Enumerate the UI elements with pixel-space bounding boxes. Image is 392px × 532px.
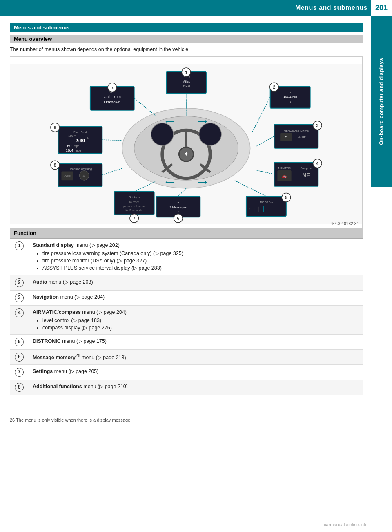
svg-text:⟶: ⟶	[198, 179, 207, 186]
table-row: 8Additional functions menu (▷ page 210)	[10, 380, 363, 395]
svg-point-10	[199, 123, 221, 145]
row-main-text: Additional functions menu (▷ page 210)	[33, 383, 359, 390]
row-number-cell: 2	[10, 275, 29, 290]
circle-number: 4	[15, 308, 24, 317]
circle-number: 2	[15, 278, 24, 287]
svg-text:2: 2	[273, 85, 275, 89]
diagram-credit: P54.32-8182-31	[330, 221, 359, 226]
row-main-text: Settings menu (▷ page 205)	[33, 368, 359, 375]
section-title: Menus and submenus	[10, 23, 363, 32]
row-main-text: AIRMATIC/compass menu (▷ page 204)	[33, 308, 359, 316]
svg-text:From Start: From Start	[74, 131, 87, 134]
svg-text:9: 9	[54, 125, 56, 130]
svg-text:7: 7	[133, 216, 136, 221]
row-suffix: menu (▷ page 202)	[74, 242, 120, 248]
footnote-area: 26 The menu is only visible when there i…	[0, 416, 371, 422]
row-suffix: menu (▷ page 204)	[81, 309, 127, 315]
row-main-text: Audio menu (▷ page 203)	[33, 278, 359, 286]
svg-text:h: h	[87, 137, 89, 140]
row-content-cell: Navigation menu (▷ page 204)	[29, 290, 363, 305]
svg-text:8427l: 8427l	[182, 84, 190, 87]
row-suffix: menu (▷ page 204)	[59, 294, 105, 300]
list-item: level control (▷ page 183)	[42, 317, 359, 324]
function-table: Function 1Standard display menu (▷ page …	[10, 228, 363, 395]
row-content-cell: DISTRONIC menu (▷ page 175)	[29, 334, 363, 349]
row-main-text: Message memory26 menu (▷ page 213)	[33, 353, 359, 361]
svg-text:3: 3	[316, 123, 318, 128]
row-label: Standard display	[33, 242, 74, 248]
svg-text:Settings: Settings	[129, 195, 140, 199]
svg-text:⟵: ⟵	[165, 179, 175, 186]
row-label: Message memory	[33, 355, 76, 360]
svg-text:MERCEDES DRIVE: MERCEDES DRIVE	[284, 129, 309, 132]
svg-text:OFF: OFF	[64, 174, 71, 178]
svg-text:2:30: 2:30	[76, 138, 85, 143]
list-item: tire pressure monitor (USA only) (▷ page…	[42, 257, 359, 264]
row-content-cell: Additional functions menu (▷ page 210)	[29, 380, 363, 395]
row-label: AIRMATIC/compass	[33, 309, 81, 315]
row-suffix: menu (▷ page 210)	[82, 384, 128, 389]
svg-text:5: 5	[285, 195, 287, 200]
subsection-title: Menu overview	[10, 35, 363, 43]
row-suffix: menu (▷ page 205)	[53, 369, 98, 374]
svg-text:Distance Warning: Distance Warning	[69, 167, 92, 171]
row-number-cell: 6	[10, 349, 29, 364]
list-item: tire pressure loss warning system (Canad…	[42, 250, 359, 257]
circle-number: 6	[15, 353, 24, 362]
svg-text:⊕: ⊕	[82, 174, 86, 178]
svg-rect-42	[246, 196, 286, 216]
row-main-text: Navigation menu (▷ page 204)	[33, 293, 359, 301]
header-bar: Menus and submenus	[0, 0, 392, 16]
svg-text:1: 1	[185, 70, 187, 75]
row-number-cell: 7	[10, 364, 29, 380]
footnote-text: The menu is only visible when there is a…	[16, 418, 131, 422]
svg-text:To reset,: To reset,	[129, 201, 140, 203]
svg-text:Miles: Miles	[183, 80, 190, 83]
table-row: 4AIRMATIC/compass menu (▷ page 204)level…	[10, 305, 363, 334]
row-label: DISTRONIC	[33, 338, 61, 344]
watermark: carmanualsonline.info	[324, 522, 368, 527]
svg-text:18.4: 18.4	[65, 148, 74, 152]
side-tab-label: On-board computer and displays	[378, 58, 385, 145]
row-bullet-list: tire pressure loss warning system (Canad…	[37, 250, 359, 272]
svg-text:10: 10	[110, 85, 114, 90]
intro-text: The number of menus shown depends on the…	[10, 47, 363, 52]
svg-text:AIRMATIC: AIRMATIC	[278, 167, 291, 170]
circle-number: 7	[15, 368, 24, 377]
row-suffix: menu (▷ page 175)	[61, 338, 107, 344]
svg-text:6: 6	[177, 216, 179, 221]
circle-number: 3	[15, 293, 24, 302]
svg-text:Compass: Compass	[300, 167, 312, 170]
footnote-number: 26	[10, 418, 16, 422]
svg-text:Call From: Call From	[104, 94, 121, 99]
row-number-cell: 3	[10, 290, 29, 305]
table-row: 6Message memory26 menu (▷ page 213)	[10, 349, 363, 364]
diagram-container: ✦ 125.5 Miles 8427l 1 ♦ 101.1 FM ♦ 2	[10, 56, 363, 228]
side-tab: On-board computer and displays	[371, 16, 392, 187]
svg-text:♦: ♦	[290, 91, 291, 94]
row-suffix: menu (▷ page 203)	[47, 279, 93, 285]
row-main-text: DISTRONIC menu (▷ page 175)	[33, 338, 359, 345]
svg-text:mph: mph	[74, 145, 80, 148]
list-item: ASSYST PLUS service interval display (▷ …	[42, 264, 359, 272]
svg-text:↩: ↩	[285, 135, 287, 138]
svg-text:⟶: ⟶	[198, 118, 207, 125]
svg-text:101.1 FM: 101.1 FM	[283, 95, 297, 98]
row-content-cell: AIRMATIC/compass menu (▷ page 204)level …	[29, 305, 363, 334]
row-number-cell: 1	[10, 239, 29, 275]
table-row: 5DISTRONIC menu (▷ page 175)	[10, 334, 363, 349]
circle-number: 1	[15, 241, 24, 250]
svg-text:for 3 seconds.: for 3 seconds.	[125, 209, 143, 212]
svg-text:150 m: 150 m	[68, 134, 76, 137]
svg-text:400ft: 400ft	[298, 135, 306, 139]
row-label: Navigation	[33, 294, 59, 300]
row-content-cell: Standard display menu (▷ page 202)tire p…	[29, 239, 363, 275]
row-superscript: 26	[76, 353, 80, 358]
row-number-cell: 8	[10, 380, 29, 395]
svg-text:Unknown: Unknown	[104, 100, 120, 104]
svg-text:mpg: mpg	[76, 149, 81, 152]
row-label: Additional functions	[33, 384, 82, 389]
svg-text:✦: ✦	[184, 151, 189, 157]
row-bullet-list: level control (▷ page 183)compass displa…	[37, 317, 359, 331]
list-item: compass display (▷ page 276)	[42, 324, 359, 331]
